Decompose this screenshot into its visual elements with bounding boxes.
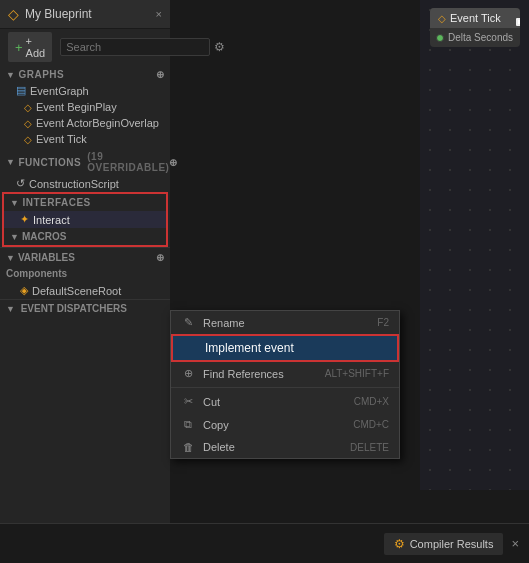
functions-chevron-icon[interactable]: ▼ [6,157,15,167]
context-menu-implement-event[interactable]: Implement event [171,334,399,362]
context-menu: ✎ Rename F2 Implement event ⊕ Find Refer… [170,310,400,459]
event-graph-icon: ▤ [16,84,26,97]
event-dispatchers-label: EVENT DISPATCHERS [21,303,127,314]
plus-icon: + [15,40,23,55]
event-tick-node-title: Event Tick [450,12,501,24]
construction-script-icon: ↺ [16,177,25,190]
functions-section-header: ▼ FUNCTIONS (19 OVERRIDABLE) ⊕ [0,147,170,175]
interfaces-chevron-icon[interactable]: ▼ [10,198,19,208]
bottom-bar: ⚙ Compiler Results × [0,523,529,563]
scene-root-icon: ◈ [20,284,28,297]
copy-label: Copy [203,419,229,431]
interfaces-header: ▼ INTERFACES [4,194,166,211]
interact-label: Interact [33,214,70,226]
event-actor-begin-overlap-label: Event ActorBeginOverlap [36,117,159,129]
find-references-icon: ⊕ [181,367,195,380]
macros-header: ▼ MACROS [4,228,166,245]
event-tick-icon: ◇ [24,134,32,145]
event-dispatchers-header: ▼ EVENT DISPATCHERS [0,299,170,317]
copy-icon: ⧉ [181,418,195,431]
event-dispatchers-chevron-icon[interactable]: ▼ [6,304,15,314]
search-input[interactable] [60,38,210,56]
graphs-section-header: ▼ GRAPHS ⊕ [0,65,170,82]
implement-event-label: Implement event [205,341,294,355]
event-graph-item[interactable]: ▤ EventGraph [0,82,170,99]
event-actor-overlap-icon: ◇ [24,118,32,129]
context-menu-cut[interactable]: ✂ Cut CMD+X [171,390,399,413]
macros-chevron-icon[interactable]: ▼ [10,232,19,242]
graphs-chevron-icon[interactable]: ▼ [6,70,15,80]
gear-icon[interactable]: ⚙ [214,40,225,54]
components-section-header: Components [0,265,170,282]
panel-close-button[interactable]: × [156,8,162,20]
event-actor-begin-overlap-item[interactable]: ◇ Event ActorBeginOverlap [0,115,170,131]
event-tick-node-body: Delta Seconds [430,28,520,47]
compiler-results-button[interactable]: ⚙ Compiler Results [384,533,504,555]
components-label: Components [6,268,67,279]
compiler-icon: ⚙ [394,537,405,551]
context-menu-rename[interactable]: ✎ Rename F2 [171,311,399,334]
find-references-label: Find References [203,368,284,380]
event-graph-label: EventGraph [30,85,89,97]
find-references-shortcut: ALT+SHIFT+F [325,368,389,379]
copy-shortcut: CMD+C [353,419,389,430]
delete-label: Delete [203,441,235,453]
bottom-close-button[interactable]: × [511,536,519,551]
construction-script-label: ConstructionScript [29,178,119,190]
interact-icon: ✦ [20,213,29,226]
rename-label: Rename [203,317,245,329]
delete-shortcut: DELETE [350,442,389,453]
add-button[interactable]: + + Add [8,32,52,62]
construction-script-item[interactable]: ↺ ConstructionScript [0,175,170,192]
context-menu-copy[interactable]: ⧉ Copy CMD+C [171,413,399,436]
interfaces-label: INTERFACES [22,197,90,208]
default-scene-root-item[interactable]: ◈ DefaultSceneRoot [0,282,170,299]
variables-label: VARIABLES [18,252,75,263]
blueprint-icon: ◇ [8,6,19,22]
event-tick-item[interactable]: ◇ Event Tick [0,131,170,147]
graph-panel: ◇ Event Tick Delta Seconds [420,0,529,490]
graphs-label: GRAPHS [18,69,64,80]
functions-count: (19 OVERRIDABLE) [87,151,169,173]
rename-shortcut: F2 [377,317,389,328]
interfaces-section: ▼ INTERFACES ✦ Interact ▼ MACROS [2,192,168,247]
panel-tab: ◇ My Blueprint × [0,0,170,29]
context-menu-separator [171,387,399,388]
rename-icon: ✎ [181,316,195,329]
macros-label: MACROS [22,231,66,242]
event-tick-node[interactable]: ◇ Event Tick Delta Seconds [430,8,520,47]
event-begin-play-icon: ◇ [24,102,32,113]
event-begin-play-item[interactable]: ◇ Event BeginPlay [0,99,170,115]
compiler-results-label: Compiler Results [410,538,494,550]
event-begin-play-label: Event BeginPlay [36,101,117,113]
event-tick-label: Event Tick [36,133,87,145]
event-tick-node-header: ◇ Event Tick [430,8,520,28]
add-label: + Add [26,35,46,59]
context-menu-delete[interactable]: 🗑 Delete DELETE [171,436,399,458]
variables-section-header: ▼ VARIABLES ⊕ [0,247,170,265]
delta-seconds-label: Delta Seconds [448,32,513,43]
my-blueprint-panel: ◇ My Blueprint × + + Add ⚙ ▼ GRAPHS ⊕ ▤ … [0,0,170,563]
cut-label: Cut [203,396,220,408]
panel-title: My Blueprint [25,7,150,21]
functions-add-icon[interactable]: ⊕ [169,157,178,168]
default-scene-root-label: DefaultSceneRoot [32,285,121,297]
functions-label: FUNCTIONS [18,157,81,168]
cut-shortcut: CMD+X [354,396,389,407]
event-tick-node-icon: ◇ [438,13,446,24]
delete-icon: 🗑 [181,441,195,453]
variables-chevron-icon[interactable]: ▼ [6,253,15,263]
context-menu-find-references[interactable]: ⊕ Find References ALT+SHIFT+F [171,362,399,385]
delta-seconds-pin [436,34,444,42]
variables-add-icon[interactable]: ⊕ [156,252,164,263]
toolbar-row: + + Add ⚙ [0,29,170,65]
node-exec-pin [516,18,520,26]
interact-item[interactable]: ✦ Interact [4,211,166,228]
cut-icon: ✂ [181,395,195,408]
graphs-add-icon[interactable]: ⊕ [156,69,165,80]
